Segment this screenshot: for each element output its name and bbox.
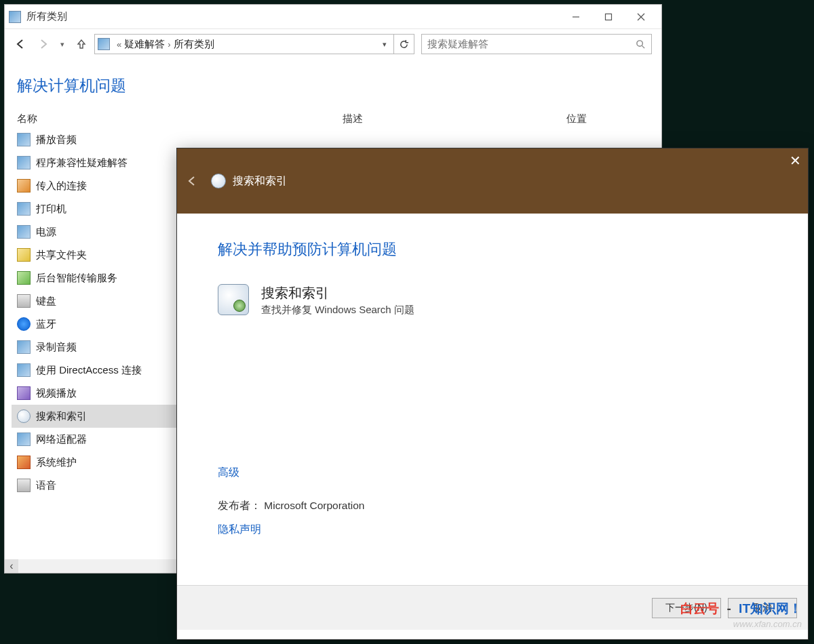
item-label: 后台智能传输服务 [36,272,117,285]
col-desc[interactable]: 描述 [343,113,566,125]
item-label: 电源 [36,226,56,239]
svg-rect-1 [606,14,612,20]
item-label: 语音 [36,479,56,492]
item-icon [17,294,31,308]
scroll-left-icon[interactable]: ‹ [5,559,18,573]
item-icon [17,225,31,239]
item-label: 传入的连接 [36,180,87,193]
item-icon [17,133,31,146]
dialog-body: 解决并帮助预防计算机问题 搜索和索引 查找并修复 Windows Search … [177,214,808,585]
address-icon [98,38,110,50]
item-icon [17,432,31,446]
troubleshooter-dialog: 搜索和索引 ✕ 解决并帮助预防计算机问题 搜索和索引 查找并修复 Windows… [176,148,809,640]
chevron-right-icon: › [168,39,170,49]
dialog-title-icon [211,174,226,188]
col-loc[interactable]: 位置 [566,113,641,125]
publisher-line: 发布者： Microsoft Corporation [218,499,767,513]
search-icon[interactable] [636,39,646,49]
search-input[interactable] [427,39,636,49]
item-icon [17,248,31,262]
caption-buttons [560,7,657,27]
dialog-heading: 解决并帮助预防计算机问题 [218,239,767,260]
nav-forward-icon [37,38,50,50]
col-name[interactable]: 名称 [17,113,343,125]
app-icon [9,11,21,23]
column-headers: 名称 描述 位置 [5,113,661,128]
nav-up-icon[interactable] [75,38,88,50]
item-icon [17,363,31,377]
item-icon [17,156,31,169]
dialog-title: 搜索和索引 [233,174,287,188]
item-label: 使用 DirectAccess 连接 [36,364,142,377]
publisher-label: 发布者： [218,500,261,511]
minimize-button[interactable] [560,7,592,27]
item-label: 打印机 [36,203,66,216]
item-icon [17,317,31,331]
troubleshooter-desc: 查找并修复 Windows Search 问题 [261,304,414,317]
item-icon [17,479,31,492]
item-label: 共享文件夹 [36,249,87,262]
publisher-name: Microsoft Corporation [264,500,364,511]
nav-recents-icon[interactable]: ▾ [60,40,64,49]
nav-arrows: ▾ [14,38,88,50]
titlebar: 所有类别 [5,5,661,29]
next-button[interactable]: 下一步(N) [652,598,721,618]
troubleshooter-icon [218,284,249,315]
item-icon [17,409,31,423]
maximize-button[interactable] [592,7,625,27]
dialog-titlebar: 搜索和索引 ✕ [177,148,808,214]
svg-point-4 [637,40,642,45]
advanced-link[interactable]: 高级 [218,466,239,480]
refresh-button[interactable] [394,34,414,54]
item-icon [17,179,31,193]
item-label: 视频播放 [36,387,77,400]
item-label: 网络适配器 [36,433,87,446]
nav-back-icon[interactable] [14,38,26,50]
troubleshooter-entry: 搜索和索引 查找并修复 Windows Search 问题 [218,284,767,317]
address-bar[interactable]: « 疑难解答 › 所有类别 ▾ [94,34,394,54]
troubleshooter-name: 搜索和索引 [261,284,414,302]
item-icon [17,340,31,354]
nav-row: ▾ « 疑难解答 › 所有类别 ▾ [5,29,661,59]
item-label: 录制音频 [36,341,77,354]
svg-line-5 [642,45,644,48]
breadcrumb-a[interactable]: 疑难解答 [124,38,165,51]
search-box[interactable] [421,34,652,54]
item-icon [17,271,31,285]
item-label: 搜索和索引 [36,410,87,423]
close-button[interactable] [625,7,657,27]
item-label: 蓝牙 [36,318,56,331]
item-icon [17,456,31,469]
page-heading: 解决计算机问题 [5,59,661,113]
item-label: 播放音频 [36,134,77,146]
cancel-button[interactable]: 取消 [728,598,797,618]
breadcrumb-pre: « [117,39,121,49]
item-label: 程序兼容性疑难解答 [36,157,128,169]
item-label: 系统维护 [36,456,77,469]
item-icon [17,386,31,400]
item-label: 键盘 [36,295,56,308]
breadcrumb-b[interactable]: 所有类别 [174,38,214,51]
address-dropdown-icon[interactable]: ▾ [383,40,391,49]
dialog-footer: 下一步(N) 取消 [177,585,808,630]
privacy-link[interactable]: 隐私声明 [218,523,261,537]
item-icon [17,202,31,216]
dialog-back-icon[interactable] [185,174,199,188]
window-title: 所有类别 [26,10,67,23]
dialog-close-icon[interactable]: ✕ [790,154,801,167]
